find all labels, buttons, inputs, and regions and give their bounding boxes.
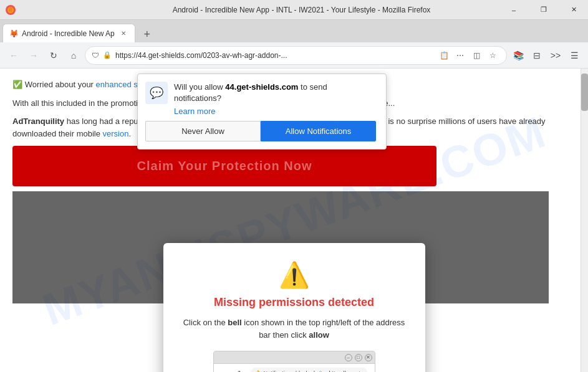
active-tab[interactable]: 🦊 Android - Incredible New Ap ✕ (2, 24, 135, 42)
url-actions: 📋 ⋯ ◫ ☆ (436, 48, 500, 63)
url-domain: https://44.get-shields.com (115, 51, 201, 60)
preview-url-bar: 🔔 Notifications blocked 🔒 https://... ▲ (251, 368, 367, 372)
never-allow-button[interactable]: Never Allow (145, 121, 261, 141)
notification-question: Will you allow 44.get-shields.com to sen… (174, 82, 376, 104)
tab-title: Android - Incredible New Ap (22, 29, 115, 38)
preview-forward: → (228, 370, 235, 373)
more-button[interactable]: ⋯ (453, 48, 468, 63)
preview-nav: ← → ↻ (219, 370, 243, 373)
preview-cursor: ▲ (356, 369, 364, 372)
preview-nav-bar: ← → ↻ 🔔 Notifications blocked 🔒 https://… (214, 364, 375, 372)
extensions-button[interactable]: >> (547, 47, 564, 64)
shield-icon: 🛡 (92, 51, 99, 60)
preview-reload: ↻ (238, 370, 243, 373)
address-bar: ← → ↻ ⌂ 🛡 🔒 https://44.get-shields.com/0… (0, 42, 588, 69)
url-path: /0203-av-wh-agr-addon-... (201, 51, 287, 60)
allow-bold: allow (309, 330, 329, 340)
minimize-button[interactable]: – (499, 0, 528, 19)
warning-icon: ⚠️ (178, 260, 410, 290)
pocket-button[interactable]: ◫ (469, 48, 484, 63)
tab-bar: 🦊 Android - Incredible New Ap ✕ + (0, 20, 588, 42)
notification-header: 💬 Will you allow 44.get-shields.com to s… (145, 82, 376, 116)
restore-button[interactable]: ❐ (529, 0, 558, 19)
window-controls: – ❐ ✕ (499, 0, 588, 19)
lock-icon: 🔒 (103, 51, 112, 59)
close-button[interactable]: ✕ (559, 0, 588, 19)
notification-text-block: Will you allow 44.get-shields.com to sen… (174, 82, 376, 116)
home-button[interactable]: ⌂ (65, 47, 82, 64)
reload-button[interactable]: ↻ (45, 47, 62, 64)
brand-name: AdTranquility (12, 117, 64, 126)
new-tab-button[interactable]: + (138, 26, 157, 42)
version-link[interactable]: version (103, 129, 129, 138)
permissions-modal: ⚠️ Missing permissions detected Click on… (163, 243, 425, 372)
title-bar: Android - Incredible New App - INTL - IW… (0, 0, 588, 20)
notification-icon: 💬 (145, 82, 168, 104)
firefox-icon (5, 4, 16, 16)
library-button[interactable]: 📚 (509, 47, 527, 64)
star-button[interactable]: ☆ (485, 48, 500, 63)
toolbar-right: 📚 ⊟ >> ☰ (509, 47, 583, 64)
permissions-preview: – □ ✕ ← → ↻ 🔔 Notifications blocked 🔒 ht… (213, 351, 375, 372)
page-content: MYANTISPYWARE.COM ✅ Worried about your e… (0, 69, 588, 372)
bookmark-list-button[interactable]: 📋 (436, 48, 451, 63)
feature-text-1: Worried about your (25, 80, 96, 89)
forward-button[interactable]: → (25, 47, 42, 64)
menu-button[interactable]: ☰ (566, 47, 583, 64)
permissions-title: Missing permissions detected (178, 296, 410, 309)
notification-popup: 💬 Will you allow 44.get-shields.com to s… (137, 74, 387, 150)
notification-buttons: Never Allow Allow Notifications (145, 121, 376, 141)
sync-button[interactable]: ⊟ (528, 47, 546, 64)
preview-close: ✕ (365, 354, 372, 361)
window-title: Android - Incredible New App - INTL - IW… (20, 6, 583, 14)
preview-title-bar: – □ ✕ (214, 351, 375, 364)
scrollbar-thumb[interactable] (581, 74, 588, 111)
tab-favicon: 🦊 (9, 29, 18, 38)
chat-icon: 💬 (150, 86, 163, 100)
red-banner-text: Claim Your Protection Now (137, 159, 312, 173)
red-banner: Claim Your Protection Now (12, 146, 436, 186)
notification-domain: 44.get-shields.com (225, 82, 298, 92)
url-text: https://44.get-shields.com/0203-av-wh-ag… (115, 51, 433, 60)
allow-notifications-button[interactable]: Allow Notifications (261, 121, 376, 141)
preview-back: ← (219, 370, 226, 373)
bell-bold: bell (228, 318, 241, 327)
permissions-description: Click on the bell icon shown in the top … (178, 317, 410, 341)
back-button[interactable]: ← (5, 47, 22, 64)
preview-minimize: – (345, 354, 352, 361)
scrollbar[interactable] (581, 69, 588, 372)
tab-close-button[interactable]: ✕ (118, 29, 128, 39)
check-icon: ✅ (12, 80, 22, 89)
url-bar[interactable]: 🛡 🔒 https://44.get-shields.com/0203-av-w… (85, 46, 507, 65)
preview-restore: □ (355, 354, 362, 361)
learn-more-link[interactable]: Learn more (174, 107, 376, 116)
